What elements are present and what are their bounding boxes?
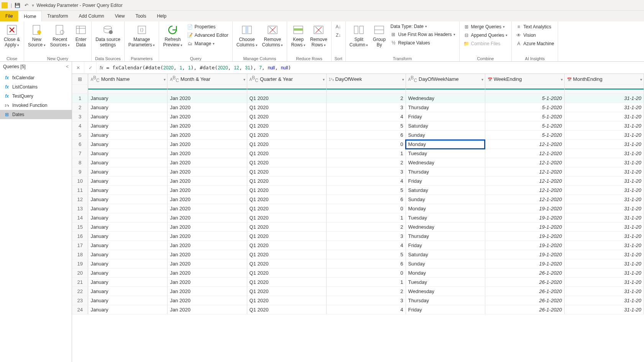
table-cell[interactable]: 5-1-2020 [485,112,564,121]
table-cell[interactable]: 26-1-2020 [485,296,564,305]
accept-formula-button[interactable]: ✓ [84,62,97,74]
table-cell[interactable]: Q1 2020 [247,103,326,112]
table-cell[interactable]: 6 [326,259,406,269]
table-cell[interactable]: Jan 2020 [168,269,247,278]
table-cell[interactable]: 12-1-2020 [485,158,564,167]
table-cell[interactable]: Saturday [406,186,485,195]
table-cell[interactable]: Jan 2020 [168,232,247,241]
table-cell[interactable]: Q1 2020 [247,232,326,241]
table-cell[interactable]: 31-1-20 [564,287,644,296]
table-cell[interactable]: 0 [326,140,406,149]
row-number[interactable]: 16 [72,232,88,241]
table-cell[interactable]: 31-1-20 [564,213,644,223]
table-cell[interactable]: Q1 2020 [247,140,326,149]
first-row-headers-button[interactable]: ⊞Use First Row as Headers [389,31,457,38]
table-cell[interactable]: Q1 2020 [247,305,326,314]
advanced-editor-button[interactable]: 📝Advanced Editor [186,31,230,39]
row-number[interactable]: 2 [72,103,88,112]
sort-desc-button[interactable]: Z↓ [334,31,343,39]
table-cell[interactable]: Q1 2020 [247,167,326,177]
table-cell[interactable]: January [88,250,168,259]
row-number[interactable]: 1 [72,94,88,103]
table-cell[interactable]: Jan 2020 [168,140,247,149]
table-cell[interactable]: 19-1-2020 [485,250,564,259]
table-cell[interactable]: 31-1-20 [564,204,644,213]
table-cell[interactable]: 19-1-2020 [485,259,564,269]
table-cell[interactable]: 4 [326,112,406,121]
table-cell[interactable]: Q1 2020 [247,195,326,204]
table-cell[interactable]: 4 [326,177,406,186]
row-number[interactable]: 15 [72,223,88,232]
table-cell[interactable]: Jan 2020 [168,213,247,223]
table-cell[interactable]: 31-1-20 [564,121,644,131]
table-cell[interactable]: January [88,94,168,103]
column-header-monthending[interactable]: 📅MonthEnding▾ [564,74,644,85]
table-cell[interactable]: 31-1-20 [564,305,644,314]
tab-tools[interactable]: Tools [130,11,151,21]
table-cell[interactable]: 2 [326,287,406,296]
combine-files-button[interactable]: 📁Combine Files [462,40,509,48]
table-cell[interactable]: January [88,186,168,195]
table-cell[interactable]: Q1 2020 [247,121,326,131]
table-cell[interactable]: Jan 2020 [168,158,247,167]
filter-icon[interactable]: ▾ [243,77,245,81]
keep-rows-button[interactable]: KeepRows [289,22,307,48]
table-cell[interactable]: January [88,158,168,167]
table-cell[interactable]: Thursday [406,296,485,305]
table-cell[interactable]: Jan 2020 [168,259,247,269]
table-cell[interactable]: January [88,112,168,121]
data-source-settings-button[interactable]: Data sourcesettings [94,22,122,48]
row-number[interactable]: 7 [72,149,88,158]
choose-columns-button[interactable]: ChooseColumns [235,22,259,48]
table-cell[interactable]: Sunday [406,259,485,269]
table-cell[interactable]: 26-1-2020 [485,269,564,278]
table-cell[interactable]: 31-1-20 [564,250,644,259]
row-number[interactable]: 22 [72,287,88,296]
table-cell[interactable]: 31-1-20 [564,232,644,241]
table-cell[interactable]: Jan 2020 [168,149,247,158]
table-cell[interactable]: January [88,213,168,223]
save-icon[interactable]: 💾 [14,2,20,8]
table-cell[interactable]: Jan 2020 [168,103,247,112]
table-cell[interactable]: 0 [326,204,406,213]
table-cell[interactable]: Q1 2020 [247,149,326,158]
filter-icon[interactable]: ▾ [402,77,404,81]
table-cell[interactable]: Friday [406,177,485,186]
table-cell[interactable]: 1 [326,278,406,287]
table-cell[interactable]: Jan 2020 [168,250,247,259]
replace-values-button[interactable]: ½Replace Values [389,39,457,47]
table-cell[interactable]: Tuesday [406,278,485,287]
table-cell[interactable]: 12-1-2020 [485,149,564,158]
table-cell[interactable]: Jan 2020 [168,204,247,213]
table-cell[interactable]: Friday [406,241,485,250]
table-cell[interactable]: Jan 2020 [168,186,247,195]
query-item-fxcalendar[interactable]: fxfxCalendar [0,73,72,82]
table-cell[interactable]: January [88,269,168,278]
table-cell[interactable]: 31-1-20 [564,140,644,149]
table-cell[interactable]: Monday [406,140,485,149]
table-cell[interactable]: January [88,278,168,287]
new-source-button[interactable]: NewSource [26,22,47,48]
table-cell[interactable]: 3 [326,296,406,305]
table-cell[interactable]: January [88,177,168,186]
table-cell[interactable]: 19-1-2020 [485,213,564,223]
table-cell[interactable]: 12-1-2020 [485,177,564,186]
row-number[interactable]: 14 [72,213,88,223]
tab-view[interactable]: View [110,11,130,21]
text-analytics-button[interactable]: ≡Text Analytics [514,23,555,31]
row-number[interactable]: 3 [72,112,88,121]
row-number[interactable]: 12 [72,195,88,204]
table-cell[interactable]: 3 [326,232,406,241]
table-cell[interactable]: Jan 2020 [168,112,247,121]
tab-add-column[interactable]: Add Column [74,11,110,21]
refresh-preview-button[interactable]: RefreshPreview [161,22,184,48]
table-cell[interactable]: 31-1-20 [564,195,644,204]
table-cell[interactable]: Thursday [406,103,485,112]
table-cell[interactable]: Thursday [406,167,485,177]
table-cell[interactable]: 3 [326,167,406,177]
table-cell[interactable]: January [88,149,168,158]
table-cell[interactable]: January [88,241,168,250]
table-cell[interactable]: 31-1-20 [564,269,644,278]
table-cell[interactable]: 31-1-20 [564,177,644,186]
table-cell[interactable]: 31-1-20 [564,167,644,177]
